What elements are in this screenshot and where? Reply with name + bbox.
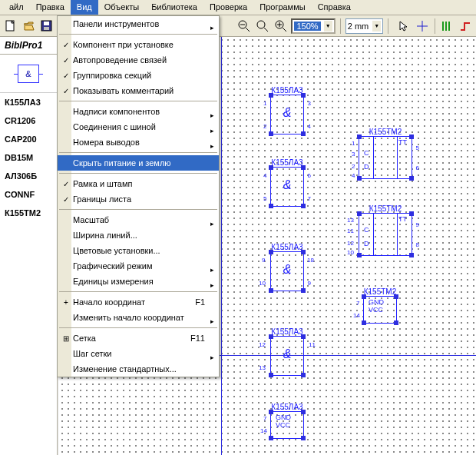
component-la3-4[interactable]: К155ЛА3 & 1213 11 [270, 327, 304, 376]
menu-item-scale[interactable]: Масштаб [58, 212, 219, 227]
dropdown-arrow-icon: ▼ [324, 21, 332, 32]
gate-symbol: & [271, 95, 303, 120]
component-label: К155ТМ2 [359, 128, 412, 136]
c-label: C [364, 149, 369, 157]
crosshair-plus-icon: + [59, 298, 73, 307]
tt-label: ТТ [398, 138, 407, 146]
menu-library[interactable]: Библиотека [145, 0, 203, 15]
menu-item-color-setup[interactable]: Цветовые установки... [58, 243, 219, 258]
part-item[interactable]: К155ЛА3 [0, 93, 57, 111]
zoom-value: 150% [294, 22, 320, 31]
part-item[interactable]: АЛ306Б [0, 167, 57, 185]
gate-symbol: & [271, 337, 303, 361]
svg-rect-3 [44, 27, 49, 30]
svg-line-10 [283, 28, 286, 32]
page-border-v [221, 37, 222, 455]
zoom-out-icon[interactable] [236, 18, 252, 34]
toolbar-separator [435, 18, 435, 34]
wire-icon[interactable] [458, 18, 473, 34]
menu-item-group-sections[interactable]: ✓Группировка секций [58, 68, 219, 83]
svg-line-5 [246, 28, 250, 32]
menu-item-auto-route[interactable]: ✓Автопроведение связей [58, 52, 219, 68]
preview-symbol: & [18, 65, 39, 83]
pin-gnd: GND [364, 298, 396, 306]
component-la3-pwr[interactable]: К155ЛА3 GND VCC 714 [270, 403, 304, 439]
save-icon[interactable] [39, 18, 55, 34]
component-label: К155ТМ2 [363, 287, 397, 296]
component-tm2-2[interactable]: К155ТМ2 ТТ C D 1311 1210 98 [359, 204, 412, 256]
menu-item-grid[interactable]: ⊞СеткаF11 [58, 330, 219, 346]
pin-vcc: VCC [364, 306, 396, 314]
menu-item-sheet-borders[interactable]: ✓Границы листа [58, 191, 219, 207]
zoom-100-icon[interactable] [255, 18, 270, 34]
component-label: К155ТМ2 [359, 204, 412, 213]
library-tab[interactable]: BiblPro1 [0, 37, 57, 55]
menu-item-graphics-mode[interactable]: Графический режим [58, 258, 219, 274]
menu-view[interactable]: Вид [71, 0, 98, 15]
menu-check[interactable]: Проверка [203, 0, 253, 15]
view-dropdown-menu: Панели инструментов ✓Компонент при устан… [57, 15, 220, 377]
pin-vcc: VCC [271, 421, 303, 429]
grid-value: 2 mm [348, 22, 369, 31]
menu-item-grid-step[interactable]: Шаг сетки [58, 346, 219, 361]
component-label: К155ЛА3 [270, 403, 304, 411]
menu-item-bus-conn[interactable]: Соединения с шиной [58, 119, 219, 135]
menu-item-change-std[interactable]: Изменение стандартных... [58, 361, 219, 377]
menu-item-comp-on-place[interactable]: ✓Компонент при установке [58, 37, 219, 52]
menu-item-units[interactable]: Единицы измерения [58, 274, 219, 289]
tt-label: ТТ [398, 215, 407, 223]
pin-gnd: GND [271, 413, 303, 421]
component-label: К155ЛА3 [270, 158, 304, 167]
sidebar: BiblPro1 & К155ЛА3 CR1206 CAP200 DB15M А… [0, 37, 58, 455]
component-la3-1[interactable]: К155ЛА3 & 12 34 [270, 86, 304, 135]
c-label: C [364, 226, 369, 234]
svg-rect-2 [44, 22, 49, 25]
menu-edit[interactable]: Правка [30, 0, 71, 15]
open-icon[interactable] [21, 18, 37, 34]
crosshair-icon[interactable] [415, 18, 430, 34]
svg-point-7 [257, 21, 265, 28]
component-la3-2[interactable]: К155ЛА3 & 45 67 [270, 158, 304, 207]
component-label: К155ЛА3 [270, 86, 304, 95]
menu-file[interactable]: айл [3, 0, 30, 15]
bus-icon[interactable] [440, 18, 455, 34]
menu-item-toolbars[interactable]: Панели инструментов [58, 16, 219, 32]
component-label: К155ЛА3 [270, 243, 304, 251]
gate-symbol: & [271, 168, 303, 192]
d-label: D [364, 240, 369, 247]
menu-help[interactable]: Справка [312, 0, 357, 15]
menu-item-origin[interactable]: +Начало координатF1 [58, 294, 219, 310]
toolbar-separator [340, 18, 341, 34]
d-label: D [364, 163, 369, 171]
part-item[interactable]: CR1206 [0, 111, 57, 130]
menu-item-hide-power[interactable]: Скрыть питание и землю [58, 155, 219, 171]
menu-item-comp-labels[interactable]: Надписи компонентов [58, 104, 219, 119]
zoom-in-icon[interactable] [273, 18, 289, 34]
menu-objects[interactable]: Объекты [98, 0, 145, 15]
cursor-icon[interactable] [396, 18, 412, 34]
menu-item-frame-stamp[interactable]: ✓Рамка и штамп [58, 176, 219, 191]
gate-symbol: & [271, 252, 303, 277]
zoom-combo[interactable]: 150%▼ [291, 18, 335, 34]
component-la3-3[interactable]: К155ЛА3 & 910 189 [270, 243, 304, 291]
menu-item-pin-numbers[interactable]: Номера выводов [58, 135, 219, 150]
part-item[interactable]: DB15M [0, 148, 57, 167]
menu-bar: айл Правка Вид Объекты Библиотека Провер… [0, 0, 476, 15]
grid-combo[interactable]: 2 mm▼ [345, 18, 383, 34]
component-tm2-1[interactable]: К155ТМ2 ТТ C D 13 24 56 [359, 128, 412, 179]
menu-item-show-comments[interactable]: ✓Показывать комментарий [58, 83, 219, 98]
part-item[interactable]: К155ТМ2 [0, 204, 57, 222]
menu-item-line-width[interactable]: Ширина линий... [58, 227, 219, 243]
toolbar-separator [388, 18, 388, 34]
part-item[interactable]: CONNF [0, 185, 57, 204]
part-item[interactable]: CAP200 [0, 130, 57, 148]
grid-icon: ⊞ [59, 334, 73, 343]
menu-item-change-origin[interactable]: Изменить начало координат [58, 310, 219, 325]
part-list: К155ЛА3 CR1206 CAP200 DB15M АЛ306Б CONNF… [0, 93, 57, 222]
component-tm2-pwr[interactable]: К155ТМ2 GND VCC 714 [363, 287, 397, 324]
component-preview: & [0, 55, 57, 93]
new-icon[interactable] [3, 18, 18, 34]
menu-programs[interactable]: Программы [253, 0, 311, 15]
dropdown-arrow-icon: ▼ [372, 21, 381, 32]
component-label: К155ЛА3 [270, 327, 304, 336]
